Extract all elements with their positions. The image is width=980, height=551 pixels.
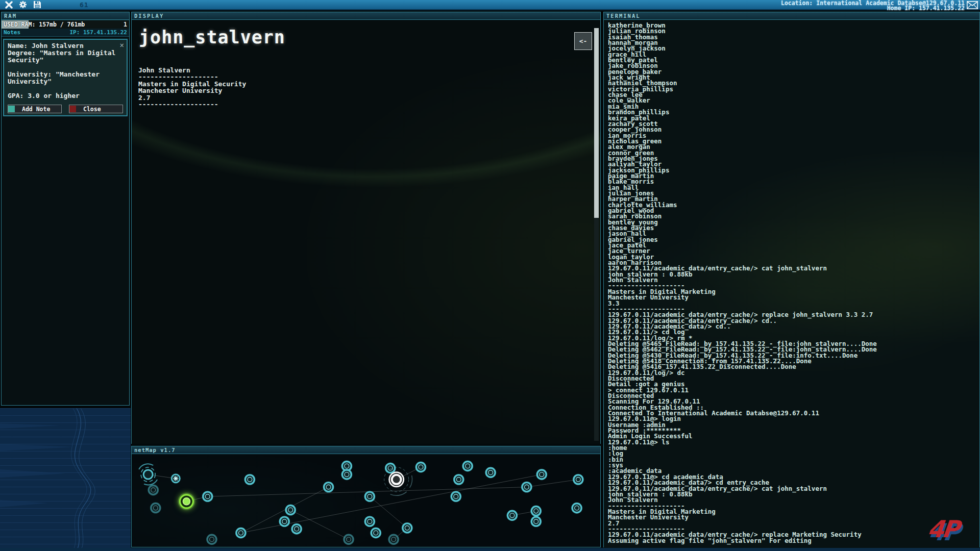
note-text-line: University": [8, 78, 123, 85]
netmap-node-normal[interactable]: [453, 474, 464, 485]
terminal-line: julian_robinson: [608, 28, 979, 34]
add-note-button[interactable]: Add Note: [8, 105, 62, 113]
watermark-logo: 4P 4P: [926, 515, 970, 541]
netmap-node-normal[interactable]: [573, 474, 584, 485]
terminal-line: > connect 129.67.0.11: [608, 387, 979, 393]
note-text-line: Security": [8, 57, 123, 64]
netmap-node-normal[interactable]: [415, 461, 426, 472]
file-text-line: Manchester University: [138, 87, 246, 94]
netmap-node-home[interactable]: [178, 493, 195, 510]
terminal-line: :sys: [608, 462, 979, 468]
notes-ip-label: IP: 157.41.135.22: [69, 29, 127, 36]
netmap-node-normal[interactable]: [450, 491, 461, 502]
netmap-node-normal[interactable]: [485, 467, 496, 478]
close-note-label: Close: [83, 106, 101, 113]
note-text-line: GPA: 3.0 or higher: [8, 92, 123, 99]
terminal-line: grace_hill: [608, 52, 979, 57]
terminal-line: jake_robinson: [608, 63, 979, 68]
notes-header-row: Notes IP: 157.41.135.22: [2, 29, 129, 37]
close-note-button[interactable]: Close: [69, 105, 123, 113]
netmap-node-dim[interactable]: [148, 484, 159, 495]
terminal-panel: TERMINAL katherine_brownjulian_robinsoni…: [603, 12, 980, 547]
netmap-node-normal[interactable]: [571, 503, 582, 514]
netmap-node-normal[interactable]: [530, 516, 542, 527]
netmap-node-normal[interactable]: [402, 522, 413, 534]
display-panel-header: DISPLAY: [132, 12, 600, 20]
terminal-line: ian_morris: [608, 133, 979, 138]
terminal-line: gabriel_jones: [608, 237, 979, 242]
netmap-node-normal[interactable]: [530, 506, 542, 517]
netmap-node-dashed[interactable]: [139, 464, 157, 485]
display-scrollbar[interactable]: [594, 28, 599, 441]
terminal-line: keira_patel: [608, 115, 979, 121]
logo-text: 4P: [926, 515, 959, 543]
ram-panel-header: RAM: [2, 12, 129, 20]
netmap-node-normal[interactable]: [536, 469, 547, 480]
netmap-node-dim[interactable]: [150, 503, 161, 514]
netmap-edge: [370, 496, 407, 528]
note-card[interactable]: ✕ Name: John StalvernDegree: "Masters in…: [3, 39, 128, 116]
display-scrollbar-thumb[interactable]: [594, 28, 599, 218]
note-text-line: [8, 64, 123, 71]
note-close-icon[interactable]: ✕: [120, 42, 124, 48]
netmap-node-normal[interactable]: [370, 528, 381, 539]
netmap-node-normal[interactable]: [364, 491, 375, 502]
netmap-node-dim[interactable]: [206, 534, 217, 545]
terminal-lines: katherine_brownjulian_robinsonisaiah_tho…: [608, 22, 979, 543]
terminal-body[interactable]: katherine_brownjulian_robinsonisaiah_tho…: [604, 20, 979, 548]
display-title: john_stalvern: [139, 27, 285, 47]
ram-usage-label: USED RAM: 157mb / 761mb: [4, 21, 85, 28]
netmap-node-normal[interactable]: [279, 516, 290, 527]
note-text-line: Name: John Stalvern: [8, 42, 123, 49]
netmap-node-normal[interactable]: [462, 460, 473, 471]
netmap-node-normal[interactable]: [364, 516, 375, 527]
note-text-line: [8, 85, 123, 92]
netmap-node-normal[interactable]: [235, 528, 247, 539]
terminal-line: penelope_baker: [608, 69, 979, 74]
netmap-panel: netMap v1.7: [131, 446, 601, 547]
netmap-node-normal[interactable]: [244, 474, 255, 485]
bottom-strip: [0, 548, 980, 551]
netmap-node-dim[interactable]: [388, 534, 399, 545]
terminal-line: :home: [608, 445, 979, 450]
terminal-line: bentley_patel: [608, 57, 979, 63]
close-icon[interactable]: [4, 1, 13, 9]
terminal-line: jason_hall: [608, 231, 979, 236]
terminal-line: charlotte_williams: [608, 202, 979, 208]
netmap-node-normal[interactable]: [285, 505, 296, 516]
netmap-node-normal[interactable]: [506, 510, 518, 521]
terminal-line: brandon_phillips: [608, 109, 979, 115]
netmap-node-gear[interactable]: [170, 473, 181, 484]
terminal-line: blake_morris: [608, 179, 979, 184]
note-text-line: Degree: "Masters in Digital: [8, 49, 123, 57]
ram-right-value: 1: [124, 21, 127, 28]
add-note-accent-chip: [8, 106, 15, 112]
netmap-node-dim[interactable]: [343, 534, 354, 545]
terminal-line: :bin: [608, 457, 979, 462]
terminal-line: brayden_jones: [608, 156, 979, 161]
gear-icon[interactable]: [18, 1, 28, 9]
terminal-line: 129.67.0.11/log/> dc: [608, 370, 979, 375]
terminal-line: Assuming active flag file "john_stalvern…: [608, 538, 979, 543]
notes-header-label: Notes: [4, 29, 20, 36]
netmap-node-normal[interactable]: [291, 523, 302, 535]
netmap-edge: [527, 480, 578, 487]
netmap-node-normal[interactable]: [341, 469, 352, 480]
mail-icon[interactable]: [967, 1, 978, 11]
terminal-line: zachary_scott: [608, 121, 979, 127]
terminal-line: ian_hall: [608, 185, 979, 190]
decor-waves: [0, 408, 131, 551]
terminal-line: chase_davies: [608, 225, 979, 231]
netmap-node-normal[interactable]: [202, 491, 213, 502]
terminal-line: victoria_phillips: [608, 86, 979, 92]
netmap-panel-header: netMap v1.7: [132, 446, 600, 454]
terminal-line: connor_green: [608, 150, 979, 156]
terminal-line: logan_taylor: [608, 254, 979, 260]
netmap-node-normal[interactable]: [323, 482, 334, 493]
terminal-line: julian_jones: [608, 190, 979, 196]
save-icon[interactable]: [33, 1, 42, 9]
back-button[interactable]: <-: [574, 32, 592, 50]
note-text-line: University: "Manchester: [8, 71, 123, 78]
left-decor-area: [0, 408, 131, 551]
netmap-node-normal[interactable]: [521, 482, 532, 493]
